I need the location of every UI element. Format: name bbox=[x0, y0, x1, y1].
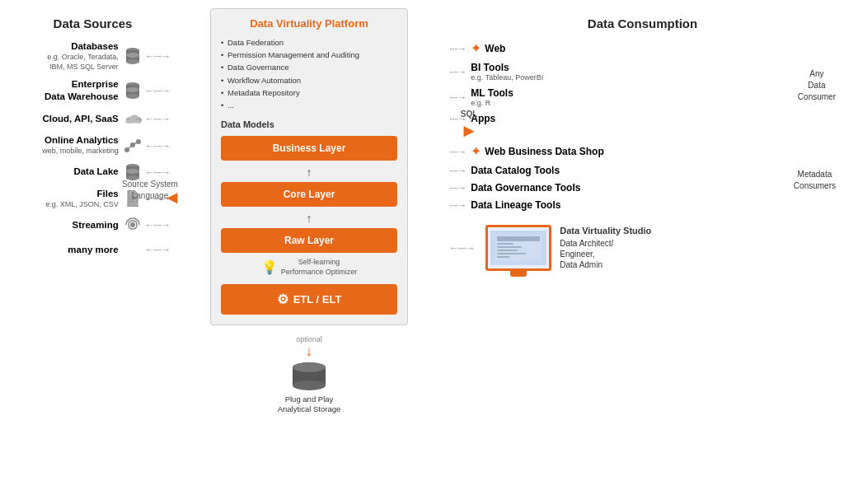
right-arrow: ► bbox=[460, 120, 478, 142]
list-item: ·····→ Data Governance Tools bbox=[449, 182, 789, 194]
data-models-label: Data Models bbox=[221, 119, 397, 129]
studio-arrow: ←·····→ bbox=[449, 243, 474, 253]
list-item: ·····→ ✦ Web bbox=[449, 40, 793, 56]
bi-tools-label: BI Tools bbox=[471, 62, 543, 73]
dotted-arrow: ←·····→ bbox=[145, 51, 170, 61]
left-arrow: ◄ bbox=[163, 187, 181, 208]
edw-icon bbox=[124, 82, 142, 100]
list-item: many more ←·····→ bbox=[12, 240, 173, 259]
consume-arrow: ·····→ bbox=[449, 147, 466, 156]
svg-point-2 bbox=[126, 59, 139, 64]
core-layer-button[interactable]: Core Layer bbox=[221, 182, 397, 207]
svg-point-6 bbox=[126, 94, 139, 99]
dotted-arrow: ←·····→ bbox=[145, 114, 170, 124]
data-consumption-title: Data Consumption bbox=[449, 16, 836, 30]
svg-rect-34 bbox=[497, 253, 526, 254]
optimizer-label: Self-learningPerformance Optimizer bbox=[281, 258, 358, 277]
list-item: ·····→ Data Lineage Tools bbox=[449, 199, 789, 211]
data-catalog-label: Data Catalog Tools bbox=[471, 165, 560, 176]
svg-rect-30 bbox=[497, 236, 540, 241]
svg-rect-35 bbox=[497, 256, 509, 258]
streaming-icon bbox=[124, 216, 142, 234]
web-label: Web bbox=[485, 43, 505, 54]
svg-point-27 bbox=[293, 380, 326, 390]
etl-button[interactable]: ⚙ ETL / ELT bbox=[221, 284, 397, 315]
placeholder-icon bbox=[124, 240, 142, 259]
list-item: ·····→ Data Catalog Tools bbox=[449, 165, 789, 176]
consume-arrow: ·····→ bbox=[449, 166, 466, 175]
list-item: Databases e.g. Oracle, Teradata,IBM, MS … bbox=[12, 40, 173, 72]
list-item: ·····→ BI Tools e.g. Tableau, PowerBI bbox=[449, 62, 793, 82]
studio-section: ←·····→ Data Virtuality Studio bbox=[449, 225, 836, 271]
list-item: Online Analytics web, mobile, marketing … bbox=[12, 134, 173, 156]
up-arrow-1: ↑ bbox=[221, 166, 397, 179]
svg-rect-11 bbox=[125, 120, 139, 124]
sql-arrow-area: SQL ► bbox=[460, 110, 478, 142]
web-shop-icon: ✦ bbox=[471, 143, 481, 159]
list-item: Cloud, API, SaaS ←·····→ bbox=[12, 110, 173, 128]
data-lineage-label: Data Lineage Tools bbox=[471, 199, 560, 211]
dotted-arrow: ←·····→ bbox=[145, 245, 170, 254]
list-item: Streaming ←·····→ bbox=[12, 216, 173, 234]
sql-label: SQL bbox=[461, 110, 478, 119]
platform-column: Data Virtuality Platform Data Federation… bbox=[181, 8, 437, 414]
database-icon bbox=[124, 47, 142, 65]
data-consumption-panel: Data Consumption ·····→ ✦ Web ·····→ BI … bbox=[437, 8, 844, 279]
studio-monitor-icon bbox=[485, 225, 551, 271]
databases-label: Databases bbox=[12, 40, 119, 53]
dotted-arrow: ←·····→ bbox=[145, 167, 170, 177]
cloud-icon bbox=[124, 110, 142, 128]
optional-label: optional bbox=[296, 335, 322, 343]
web-icon: ✦ bbox=[471, 40, 481, 56]
consumer-group-1: ·····→ ✦ Web ·····→ BI Tools e.g. Tablea… bbox=[449, 40, 836, 130]
architect-label: Data Architect/Engineer,Data Admin bbox=[560, 238, 836, 270]
separator bbox=[449, 135, 836, 143]
consumer-group-2: ·····→ ✦ Web Business Data Shop ·····→ D… bbox=[449, 143, 836, 217]
platform-features: Data Federation Permission Management an… bbox=[221, 36, 397, 111]
svg-line-15 bbox=[127, 145, 133, 150]
list-item: ·····→ ML Tools e.g. R bbox=[449, 87, 793, 107]
list-item: ·····→ ✦ Web Business Data Shop bbox=[449, 143, 789, 159]
svg-point-3 bbox=[126, 53, 139, 58]
storage-label: Plug and PlayAnalytical Storage bbox=[278, 394, 341, 415]
data-governance-label: Data Governance Tools bbox=[471, 182, 580, 194]
data-sources-panel: Data Sources Databases e.g. Oracle, Tera… bbox=[0, 8, 181, 273]
list-item: ·····→ Apps bbox=[449, 113, 793, 124]
svg-point-24 bbox=[130, 222, 135, 227]
svg-rect-33 bbox=[497, 250, 518, 251]
storage-cylinder-icon bbox=[291, 362, 327, 391]
raw-layer-button[interactable]: Raw Layer bbox=[221, 228, 397, 253]
etl-icon: ⚙ bbox=[277, 292, 288, 307]
svg-rect-31 bbox=[497, 243, 513, 245]
svg-point-28 bbox=[293, 362, 326, 372]
svg-point-7 bbox=[126, 87, 139, 92]
consume-arrow: ·····→ bbox=[449, 92, 466, 102]
platform-title: Data Virtuality Platform bbox=[221, 17, 397, 30]
ml-tools-label: ML Tools bbox=[471, 87, 513, 99]
consume-arrow: ·····→ bbox=[449, 44, 466, 54]
storage-section: Plug and PlayAnalytical Storage bbox=[278, 362, 341, 415]
consumer-group-2-items: ·····→ ✦ Web Business Data Shop ·····→ D… bbox=[449, 143, 789, 217]
below-platform: optional ↓ Plug and PlayAnalytical Stora… bbox=[278, 330, 341, 415]
down-arrow: ↓ bbox=[305, 343, 312, 358]
studio-title: Data Virtuality Studio bbox=[560, 226, 836, 236]
business-layer-button[interactable]: Business Layer bbox=[221, 136, 397, 161]
studio-info: Data Virtuality Studio Data Architect/En… bbox=[560, 226, 836, 270]
svg-point-20 bbox=[126, 169, 139, 174]
dotted-arrow: ←·····→ bbox=[145, 220, 170, 230]
data-sources-title: Data Sources bbox=[12, 16, 173, 30]
dotted-arrow: ←·····→ bbox=[145, 141, 170, 151]
optimizer-icon: 💡 bbox=[261, 259, 278, 275]
dotted-arrow: ←·····→ bbox=[145, 86, 170, 96]
platform-box: Data Virtuality Platform Data Federation… bbox=[210, 8, 408, 325]
consume-arrow: ·····→ bbox=[449, 200, 466, 210]
list-item: EnterpriseData Warehouse ←·····→ bbox=[12, 78, 173, 103]
analytics-icon bbox=[124, 137, 142, 155]
optimizer-section: 💡 Self-learningPerformance Optimizer bbox=[221, 258, 397, 277]
svg-rect-32 bbox=[497, 246, 522, 248]
consume-arrow: ·····→ bbox=[449, 67, 466, 77]
web-shop-label: Web Business Data Shop bbox=[485, 146, 603, 157]
any-data-consumer-label: AnyDataConsumer bbox=[793, 68, 836, 103]
consume-arrow: ·····→ bbox=[449, 183, 466, 193]
up-arrow-2: ↑ bbox=[221, 212, 397, 225]
